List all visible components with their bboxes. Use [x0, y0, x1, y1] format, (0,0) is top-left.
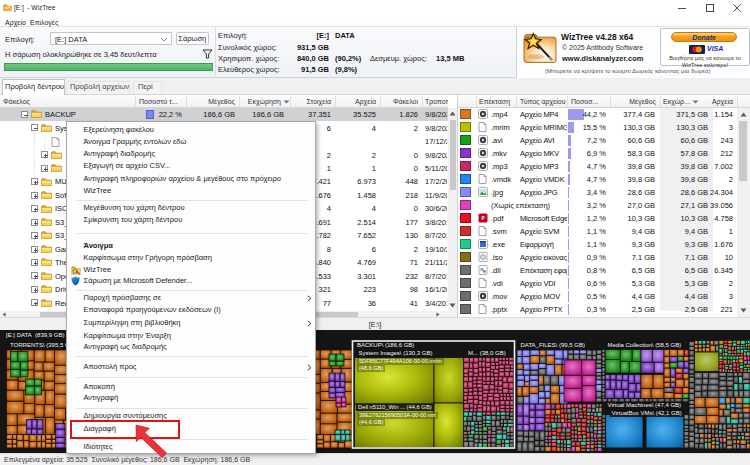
svg-text:P: P: [481, 216, 484, 221]
